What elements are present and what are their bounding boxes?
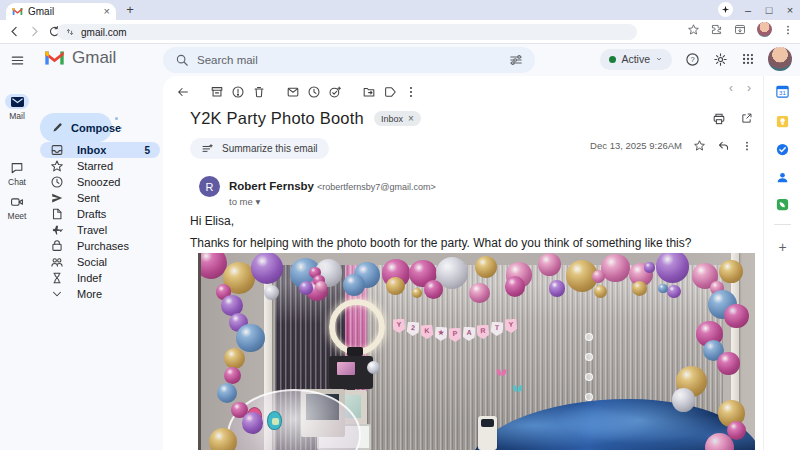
compose-button[interactable]: Compose [40,113,112,142]
photo-butterfly [497,369,506,376]
print-icon[interactable] [712,112,726,126]
sidebar-item-inbox[interactable]: Inbox5 [40,142,160,158]
rail-item-mail[interactable]: Mail [0,94,34,121]
inbox-label-chip[interactable]: Inbox × [374,111,421,126]
photo-crystal-garland [585,353,593,361]
back-icon[interactable] [4,22,24,42]
panel-voice-icon[interactable] [764,197,800,212]
svg-text:31: 31 [779,89,786,96]
more-options-icon[interactable] [741,140,753,152]
get-add-ons-button[interactable]: + [764,239,800,255]
gmail-header: Gmail Search mail Active ? [0,44,800,76]
newer-email-icon[interactable]: ‹ [729,81,733,95]
mail-icon [5,94,29,109]
snooze-icon[interactable] [303,81,324,102]
back-icon[interactable] [172,81,193,102]
star-icon[interactable] [693,139,706,152]
email-photo: Y2K★PARTY [198,253,755,450]
older-email-icon[interactable]: › [747,81,751,95]
photo-balloon [242,412,264,434]
photo-balloon [217,383,237,403]
sidebar-item-sent[interactable]: Sent [34,190,163,206]
url-text: gmail.com [81,27,127,38]
rail-item-meet[interactable]: Meet [0,194,34,221]
photo-crystal-garland [585,393,593,401]
downloads-icon[interactable] [733,23,747,36]
summarize-label: Summarize this email [222,143,318,154]
sidebar-item-label: Sent [77,192,100,204]
summarize-icon [201,142,214,155]
email-body-line: Thanks for helping with the photo booth … [190,236,691,250]
reply-icon[interactable] [717,139,730,152]
panel-calendar-icon[interactable]: 31 [764,84,800,99]
bookmark-star-icon[interactable] [687,23,700,36]
new-tab-button[interactable]: + [122,2,138,18]
labels-icon[interactable] [379,81,400,102]
photo-balloon [343,274,365,296]
photo-balloon [236,324,265,353]
indef-icon [50,271,64,285]
browser-tab-gmail[interactable]: Gmail × [6,3,116,20]
tab-close-icon[interactable]: × [104,6,110,17]
sidebar-item-more[interactable]: More [34,286,163,302]
more-icon[interactable] [400,81,421,102]
mail-sidebar: Compose Inbox5 Starred Snoozed Sent Draf… [34,76,163,450]
organize-tabs-icon[interactable] [718,2,733,17]
open-in-new-icon[interactable] [740,112,753,126]
recipient-toggle[interactable]: to me ▾ [229,196,436,207]
address-bar[interactable]: gmail.com [57,24,637,40]
account-avatar[interactable] [768,47,792,71]
mark-unread-icon[interactable] [282,81,303,102]
sidebar-item-starred[interactable]: Starred [34,158,163,174]
app-rail: Mail Chat Meet [0,76,34,450]
photo-camera-screen [337,362,355,375]
sidebar-item-purchases[interactable]: Purchases [34,238,163,254]
photo-balloon [538,253,561,276]
sender-address: <robertfernsby7@gmail.com> [317,182,436,192]
photo-balloon [386,277,405,296]
purchases-icon [50,239,64,253]
photo-balloon [424,280,443,299]
apps-grid-icon[interactable] [741,52,755,66]
status-selector[interactable]: Active [600,49,672,70]
photo-balloon [315,281,326,292]
travel-icon [50,223,64,237]
unread-count: 5 [144,145,150,156]
settings-gear-icon[interactable] [713,52,728,67]
panel-contacts-icon[interactable] [764,170,800,185]
panel-tasks-icon[interactable] [764,142,800,157]
delete-icon[interactable] [248,81,269,102]
move-to-icon[interactable] [358,81,379,102]
help-icon[interactable]: ? [685,52,700,67]
search-input[interactable]: Search mail [163,47,535,73]
chip-remove-icon[interactable]: × [408,113,414,124]
add-to-tasks-icon[interactable] [324,81,345,102]
sender-avatar[interactable]: R [199,176,220,197]
sidebar-item-snoozed[interactable]: Snoozed [34,174,163,190]
sidebar-item-label: Inbox [77,144,106,156]
chat-icon [5,160,29,175]
rail-label: Meet [0,211,34,221]
minimize-button[interactable]: – [742,4,754,16]
archive-icon[interactable] [206,81,227,102]
site-info-icon[interactable] [65,27,75,37]
sidebar-item-indef[interactable]: Indef [34,270,163,286]
maximize-button[interactable]: □ [763,4,775,16]
extensions-icon[interactable] [710,23,723,36]
sidebar-item-social[interactable]: Social [34,254,163,270]
sidebar-item-travel[interactable]: Travel [34,222,163,238]
sidebar-item-label: Snoozed [77,176,120,188]
report-spam-icon[interactable] [227,81,248,102]
main-menu-icon[interactable] [8,51,26,69]
browser-window: Gmail × + – □ × gmail.com [0,0,800,450]
sidebar-item-drafts[interactable]: Drafts [34,206,163,222]
close-button[interactable]: × [784,4,796,16]
rail-item-chat[interactable]: Chat [0,160,34,187]
search-placeholder: Search mail [197,54,501,66]
summarize-email-button[interactable]: Summarize this email [190,138,329,159]
profile-avatar[interactable] [757,22,772,37]
chrome-menu-icon[interactable] [782,24,794,36]
search-options-icon[interactable] [509,53,523,67]
forward-icon[interactable] [24,22,44,42]
panel-keep-icon[interactable] [764,114,800,129]
